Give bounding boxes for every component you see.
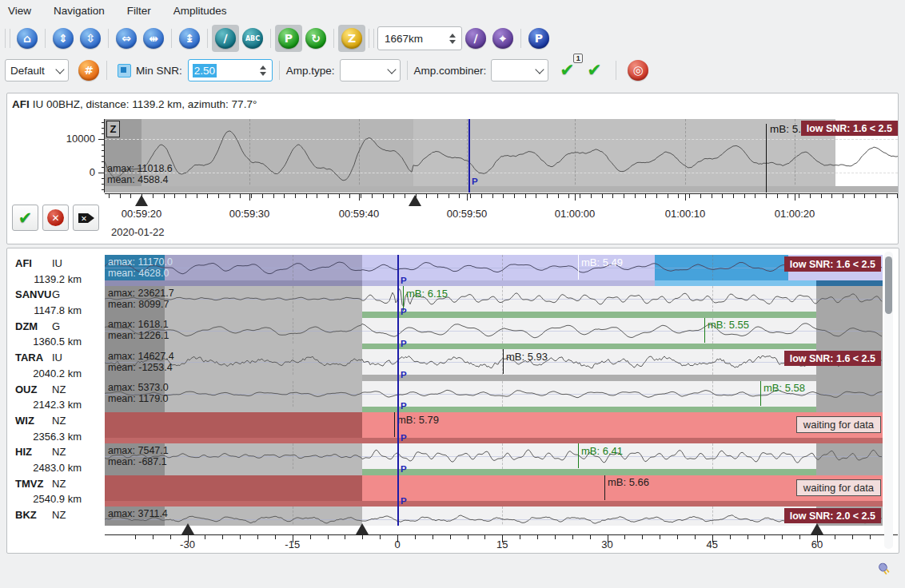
one-badge: 1 (573, 54, 583, 63)
channel-z-box: Z (106, 121, 120, 137)
chevron-down-icon (387, 65, 396, 74)
fit-vertical-icon: ⇳ (80, 28, 101, 49)
expand-vertical-icon: ⇕ (53, 28, 74, 49)
theoretical-picks-button[interactable]: P (525, 25, 552, 52)
distance-spinbox[interactable]: 1667km (377, 26, 462, 50)
time-offset-label: 45 (707, 538, 718, 550)
component-z-button[interactable]: Z (338, 25, 365, 52)
pick-labels-button[interactable]: ABC (239, 25, 266, 52)
purple-ruler-icon: ∕ (465, 28, 486, 49)
commit-button[interactable]: ◎ (624, 57, 652, 84)
amplitude-measure-line[interactable] (766, 124, 767, 193)
red-x-icon: ✕ (47, 209, 64, 226)
profile-value: Default (10, 65, 45, 77)
min-snr-label: Min SNR: (136, 65, 182, 77)
min-snr-input[interactable]: 2.50 (188, 59, 273, 81)
station-code: AFI (12, 98, 30, 110)
vertical-scrollbar[interactable] (884, 252, 893, 549)
measure-ruler-button[interactable]: ∕ (212, 25, 239, 52)
title-rest: IU 00BHZ, distance: 1139.2 km, azimuth: … (33, 98, 257, 110)
check-icon: ✔ (587, 62, 601, 79)
time-tick-label: 00:59:40 (339, 208, 380, 220)
time-zoom-button[interactable]: ⇔ (113, 25, 140, 52)
fit-amplitude-button[interactable]: ⇳ (77, 25, 104, 52)
menu-navigation[interactable]: Navigation (54, 5, 105, 17)
menu-view[interactable]: View (8, 5, 31, 17)
amp-combiner-label: Amp.combiner: (414, 65, 487, 77)
scolv-amplitudes-window: View Navigation Filter Amplitudes ⌂⇕⇳⇔⇹↨… (0, 0, 905, 588)
align-button[interactable]: ↨ (176, 25, 203, 52)
zoom-trace-title: AFIIU 00BHZ, distance: 1139.2 km, azimut… (12, 98, 257, 110)
time-offset-label: 15 (496, 538, 508, 550)
y-tick-label: 10000 (66, 133, 95, 145)
low-snr-badge: low SNR: 1.6 < 2.5 (801, 121, 898, 136)
menu-filter[interactable]: Filter (127, 5, 151, 17)
time-tick-label: 00:59:50 (447, 208, 488, 220)
abc-icon: ABC (242, 28, 263, 49)
p-pick-label: P (472, 177, 478, 186)
time-offset-label: 60 (811, 538, 823, 550)
apply-all-button[interactable]: ✔ (580, 57, 608, 84)
amp-combiner-combobox[interactable] (491, 59, 548, 81)
amplitude-zoom-button[interactable]: ⇕ (50, 25, 77, 52)
profile-combobox[interactable]: Default (5, 59, 69, 81)
zoom-trace-plot[interactable]: PmB: 5.49Zamax: 11018.6 mean: 4588.4low … (105, 119, 898, 248)
min-snr-checkbox[interactable] (118, 64, 131, 77)
home-icon: ⌂ (17, 28, 38, 49)
time-offset-label: 30 (601, 538, 612, 550)
expand-horizontal-icon: ⇔ (116, 28, 137, 49)
time-window-marker[interactable] (409, 195, 421, 206)
arrow-x-icon: ✕ (78, 212, 95, 224)
time-tick-label: 00:59:30 (229, 208, 270, 220)
home-button[interactable]: ⌂ (14, 25, 41, 52)
amax-mean-label: amax: 11018.6 mean: 4588.4 (107, 163, 173, 185)
fit-horizontal-icon: ⇹ (143, 28, 164, 49)
recompute-button[interactable]: ↻ (302, 25, 329, 52)
date-label: 2020-01-22 (111, 226, 165, 238)
spinner-arrows[interactable] (254, 66, 272, 76)
zoom-trace-panel: AFIIU 00BHZ, distance: 1139.2 km, azimut… (6, 93, 899, 244)
target-icon: ◎ (628, 60, 648, 81)
time-offset-label: -15 (285, 538, 300, 550)
amp-type-label: Amp.type: (286, 65, 335, 77)
skip-button[interactable]: ✕ (73, 205, 99, 231)
time-tick-label: 01:00:10 (665, 208, 706, 220)
main-toolbar: ⌂⇕⇳⇔⇹↨∕ABCP↻Z1667km∕⌖P (0, 22, 905, 54)
check-one-icon: ✔ (560, 62, 574, 79)
z-component-icon: Z (341, 28, 362, 49)
hash-button[interactable]: # (75, 57, 102, 84)
time-window-marker[interactable] (135, 195, 148, 206)
amp-type-combobox[interactable] (340, 59, 401, 81)
menu-bar: View Navigation Filter Amplitudes (0, 0, 905, 22)
refresh-icon: ↻ (305, 28, 326, 49)
bottom-time-axis: -30-15015304560 (7, 248, 898, 552)
distance-ruler-button[interactable]: ∕ (462, 25, 489, 52)
station-list-panel: AFIIU1139.2 kmmB: 5.49Pamax: 11170.0 mea… (6, 248, 899, 554)
p-pick-line[interactable] (468, 119, 470, 193)
y-axis: 100000 (7, 119, 105, 193)
chevron-down-icon (536, 65, 544, 74)
reject-button[interactable]: ✕ (42, 205, 69, 231)
time-offset-label: 0 (394, 538, 400, 550)
crosshair-icon: ⌖ (492, 28, 513, 49)
time-window-marker[interactable] (356, 523, 369, 534)
menu-amplitudes[interactable]: Amplitudes (173, 5, 227, 17)
show-picks-button[interactable]: P (275, 25, 302, 52)
y-tick-label: 0 (90, 166, 95, 178)
time-tick-label: 00:59:20 (122, 208, 162, 220)
time-window-marker[interactable] (811, 523, 823, 534)
accept-button[interactable]: ✔ (12, 205, 38, 231)
fit-time-button[interactable]: ⇹ (140, 25, 167, 52)
time-offset-label: -30 (180, 538, 195, 550)
chevron-down-icon (55, 65, 64, 74)
p-wave-icon: P (528, 28, 549, 49)
hash-icon: # (78, 60, 99, 81)
origin-tool-button[interactable]: ⌖ (489, 25, 516, 52)
time-tick-label: 01:00:00 (555, 208, 596, 220)
connection-status-icon (876, 561, 892, 580)
scrollbar-thumb[interactable] (885, 256, 892, 314)
pick-p-icon: P (278, 28, 299, 49)
ruler-icon: ∕ (215, 28, 236, 49)
time-window-marker[interactable] (181, 523, 194, 534)
apply-one-button[interactable]: ✔ 1 (553, 57, 580, 84)
